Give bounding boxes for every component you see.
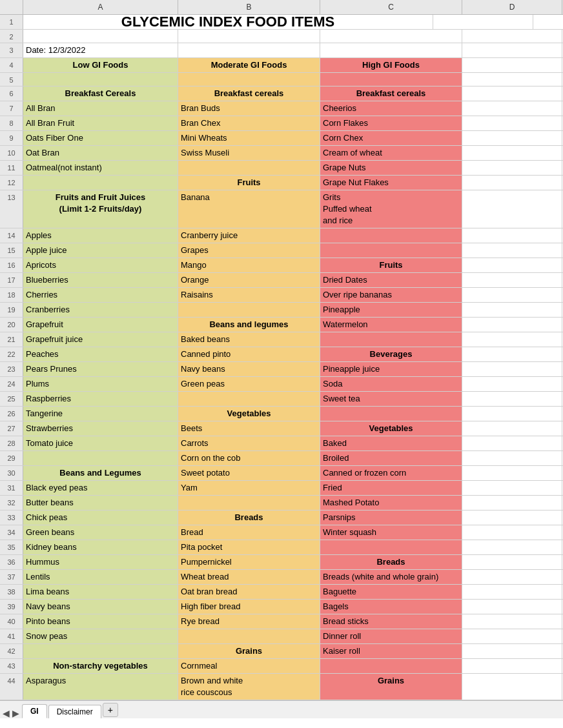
row-number: 11 <box>0 161 23 175</box>
cell-22b: Canned pinto <box>178 347 320 361</box>
table-row: 25 Raspberries Sweet tea <box>0 392 563 407</box>
cell-41d <box>462 629 562 643</box>
cell-44c: Grains <box>320 674 462 700</box>
cell-16c: Fruits <box>320 258 462 272</box>
title-cell: GLYCEMIC INDEX FOOD ITEMS <box>23 15 433 29</box>
cell-2a <box>23 30 178 43</box>
cell-20b: Beans and legumes <box>178 318 320 332</box>
table-row: 44 Asparagus Brown and whiterice couscou… <box>0 674 563 700</box>
cell-32a: Butter beans <box>23 496 178 510</box>
cell-7c: Cheerios <box>320 101 462 116</box>
table-row: 20 Grapefruit Beans and legumes Watermel… <box>0 318 563 332</box>
cell-8d <box>462 116 562 130</box>
cell-16b: Mango <box>178 258 320 272</box>
col-header-b: B <box>178 0 320 14</box>
spreadsheet: A B C D 1 GLYCEMIC INDEX FOOD ITEMS 2 3 … <box>0 0 563 728</box>
table-row: 18 Cherries Raisains Over ripe bananas <box>0 288 563 303</box>
cell-40b: Rye bread <box>178 614 320 629</box>
row-number: 9 <box>0 131 23 145</box>
row-number: 10 <box>0 146 23 160</box>
prev-sheet-button[interactable]: ◀ <box>3 708 10 718</box>
cell-26a: Tangerine <box>23 407 178 421</box>
cell-29d <box>462 451 562 465</box>
cell-10b: Swiss Museli <box>178 146 320 160</box>
table-row: 3 Date: 12/3/2022 <box>0 43 563 58</box>
cell-14c <box>320 228 462 243</box>
cell-44d <box>462 674 562 700</box>
cell-17a: Blueberries <box>23 273 178 287</box>
next-sheet-button[interactable]: ▶ <box>12 708 19 718</box>
table-row: 19 Cranberries Pineapple <box>0 303 563 318</box>
cell-43d <box>462 659 562 673</box>
row-number: 29 <box>0 451 23 465</box>
cell-20d <box>462 318 562 332</box>
cell-24a: Plums <box>23 377 178 391</box>
cell-21d <box>462 332 562 347</box>
cell-33c: Parsnips <box>320 511 462 525</box>
cell-9d <box>462 131 562 145</box>
table-row: 39 Navy beans High fiber bread Bagels <box>0 600 563 614</box>
cell-37a: Lentils <box>23 570 178 584</box>
row-number: 26 <box>0 407 23 421</box>
cell-22c: Beverages <box>320 347 462 361</box>
table-row: 6 Breakfast Cereals Breakfast cereals Br… <box>0 86 563 101</box>
cell-17c: Dried Dates <box>320 273 462 287</box>
table-row: 16 Apricots Mango Fruits <box>0 258 563 273</box>
tab-disclaimer[interactable]: Disclaimer <box>48 705 101 718</box>
cell-23a: Pears Prunes <box>23 362 178 376</box>
row-number: 38 <box>0 585 23 599</box>
table-row: 36 Hummus Pumpernickel Breads <box>0 555 563 570</box>
cell-29b: Corn on the cob <box>178 451 320 465</box>
table-row: 5 <box>0 73 563 86</box>
cell-15a: Apple juice <box>23 243 178 258</box>
cell-5a <box>23 73 178 86</box>
row-number: 15 <box>0 243 23 258</box>
row-number: 21 <box>0 332 23 347</box>
table-row: 13 Fruits and Fruit Juices(Limit 1-2 Fru… <box>0 190 563 228</box>
cell-44a: Asparagus <box>23 674 178 700</box>
cell-9a: Oats Fiber One <box>23 131 178 145</box>
table-row: 42 Grains Kaiser roll <box>0 644 563 659</box>
col-header-c: C <box>320 0 462 14</box>
cell-36c: Breads <box>320 555 462 569</box>
table-row: 22 Peaches Canned pinto Beverages <box>0 347 563 362</box>
table-row: 32 Butter beans Mashed Potato <box>0 496 563 511</box>
cell-3d <box>462 43 562 57</box>
cell-42c: Kaiser roll <box>320 644 462 658</box>
row-number: 3 <box>0 43 23 57</box>
cell-8c: Corn Flakes <box>320 116 462 130</box>
cell-27b: Beets <box>178 421 320 436</box>
cell-7b: Bran Buds <box>178 101 320 116</box>
high-gi-header: High GI Foods <box>320 58 462 72</box>
cell-9c: Corn Chex <box>320 131 462 145</box>
cell-19b <box>178 303 320 317</box>
row-number: 4 <box>0 58 23 72</box>
cell-35d <box>462 540 562 554</box>
cell-8b: Bran Chex <box>178 116 320 130</box>
cell-35c <box>320 540 462 554</box>
cell-2d <box>462 30 562 43</box>
cell-18c: Over ripe bananas <box>320 288 462 302</box>
cell-12c: Grape Nut Flakes <box>320 176 462 190</box>
cell-15b: Grapes <box>178 243 320 258</box>
cell-15c <box>320 243 462 258</box>
cell-30a: Beans and Legumes <box>23 466 178 480</box>
cell-28d <box>462 436 562 450</box>
cell-33b: Breads <box>178 511 320 525</box>
cell-1d <box>433 15 533 29</box>
cell-7a: All Bran <box>23 101 178 116</box>
row-number: 34 <box>0 525 23 540</box>
table-row: 43 Non-starchy vegetables Cornmeal <box>0 659 563 674</box>
cell-21b: Baked beans <box>178 332 320 347</box>
row-number: 14 <box>0 228 23 243</box>
cell-31b: Yam <box>178 481 320 495</box>
add-sheet-button[interactable]: + <box>103 703 118 717</box>
cell-11d <box>462 161 562 175</box>
cell-21a: Grapefruit juice <box>23 332 178 347</box>
table-row: 40 Pinto beans Rye bread Bread sticks <box>0 614 563 629</box>
tab-gi[interactable]: GI <box>22 704 47 718</box>
cell-30c: Canned or frozen corn <box>320 466 462 480</box>
table-row: 37 Lentils Wheat bread Breads (white and… <box>0 570 563 585</box>
row-number: 13 <box>0 190 23 228</box>
cell-13a: Fruits and Fruit Juices(Limit 1-2 Fruits… <box>23 190 178 228</box>
